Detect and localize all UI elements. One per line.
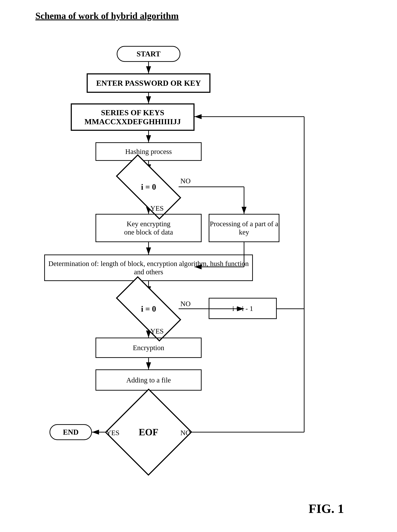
determination-shape: Determination of: length of block, encry…: [44, 255, 253, 281]
i-minus-shape: i = i - 1: [209, 298, 277, 319]
series-keys-label: SERIES OF KEYS MMACCXXDEFGHHIIIIJJ: [84, 108, 181, 126]
fig-label: FIG. 1: [309, 501, 344, 516]
no2-label: NO: [180, 300, 191, 308]
series-keys-shape: SERIES OF KEYS MMACCXXDEFGHHIIIIJJ: [71, 103, 194, 131]
no3-label: NO: [180, 429, 191, 437]
yes2-label: YES: [150, 327, 164, 335]
hashing-shape: Hashing process: [95, 142, 202, 161]
diamond1-container: i = 0: [118, 171, 179, 202]
processing-part-label: Processing of a part of a key: [209, 220, 279, 236]
diamond3-container: EOF: [118, 401, 179, 463]
i-minus-label: i = i - 1: [232, 304, 253, 313]
yes3-label: YES: [106, 429, 119, 437]
diamond2-text: i = 0: [118, 294, 179, 324]
hashing-label: Hashing process: [125, 147, 172, 156]
page-title: Schema of work of hybrid algorithm: [35, 11, 179, 21]
enter-password-shape: ENTER PASSWORD OR KEY: [87, 73, 211, 93]
diamond3-text: EOF: [118, 401, 179, 463]
key-encrypting-shape: Key encrypting one block of data: [95, 214, 202, 242]
diamond2-container: i = 0: [118, 294, 179, 324]
start-shape: START: [117, 46, 180, 62]
no1-label: NO: [180, 177, 191, 185]
enter-password-label: ENTER PASSWORD OR KEY: [96, 79, 201, 88]
encryption-shape: Encryption: [95, 338, 202, 358]
adding-file-label: Adding to a file: [126, 376, 171, 384]
end-shape: END: [50, 424, 92, 440]
yes1-label: YES: [150, 204, 164, 213]
processing-part-shape: Processing of a part of a key: [209, 214, 279, 242]
start-label: START: [136, 50, 160, 58]
diamond1-text: i = 0: [118, 171, 179, 202]
end-label: END: [63, 428, 79, 436]
encryption-label: Encryption: [133, 344, 164, 352]
adding-file-shape: Adding to a file: [95, 369, 202, 391]
key-encrypting-label: Key encrypting one block of data: [124, 220, 173, 236]
determination-label: Determination of: length of block, encry…: [45, 259, 252, 276]
